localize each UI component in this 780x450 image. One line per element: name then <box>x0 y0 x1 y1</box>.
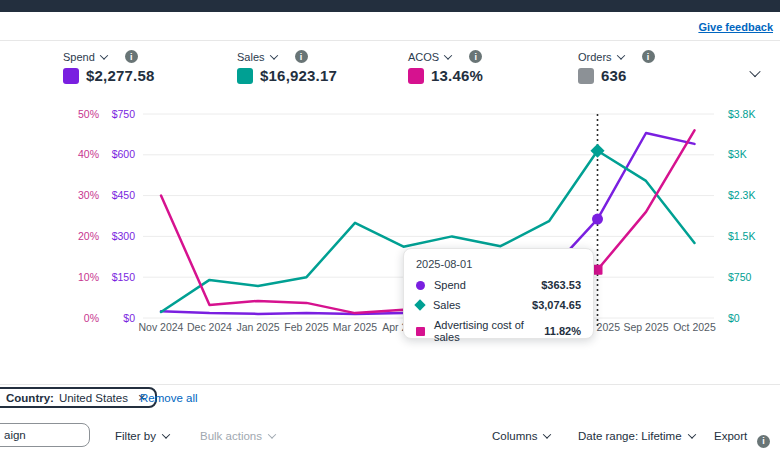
spend-point-marker[interactable] <box>592 214 603 225</box>
chevron-down-icon <box>162 430 170 438</box>
remove-all-link[interactable]: Remove all <box>140 392 198 404</box>
columns-dropdown[interactable]: Columns <box>492 430 550 442</box>
y-tick-sales: $2.3K <box>728 189 755 201</box>
performance-chart: 0%$0$010%$150$75020%$300$1.5K30%$450$2.3… <box>0 100 780 345</box>
search-campaign-input[interactable] <box>0 423 90 447</box>
metric-value-acos: 13.46% <box>431 67 483 84</box>
metric-label-orders: Orders <box>578 51 612 63</box>
metric-card-sales[interactable]: Sales i $16,923.17 <box>237 50 337 84</box>
y-tick-dollar: $450 <box>112 189 136 201</box>
export-button[interactable]: Export <box>714 430 747 442</box>
metric-value-spend: $2,277.58 <box>86 67 155 84</box>
chevron-down-icon[interactable] <box>444 51 452 59</box>
chart-tooltip: 2025-08-01 Spend $363.53 Sales $3,074.65… <box>403 248 594 339</box>
tooltip-row-sales: Sales $3,074.65 <box>416 299 581 311</box>
export-info-icon[interactable]: i <box>757 430 770 448</box>
chip-value: United States <box>59 392 128 404</box>
tooltip-date: 2025-08-01 <box>416 258 581 270</box>
y-tick-dollar: $300 <box>112 230 136 242</box>
header-divider <box>0 40 780 41</box>
spend-color-swatch <box>63 68 79 84</box>
y-tick-sales: $3.8K <box>728 108 755 120</box>
metric-card-spend[interactable]: Spend i $2,277.58 <box>63 50 155 84</box>
x-tick: Sep 2025 <box>624 321 669 333</box>
chevron-down-icon[interactable] <box>269 51 277 59</box>
chevron-down-icon <box>543 430 551 438</box>
filter-by-dropdown[interactable]: Filter by <box>115 430 169 442</box>
y-tick-dollar: $600 <box>112 148 136 160</box>
date-range-dropdown[interactable]: Date range: Lifetime <box>578 430 695 442</box>
country-filter-chip: Country: United States × <box>0 387 157 408</box>
x-tick: Jan 2025 <box>236 321 279 333</box>
info-icon[interactable]: i <box>295 50 308 63</box>
info-icon[interactable]: i <box>642 50 655 63</box>
section-divider <box>0 384 780 385</box>
y-tick-percent: 50% <box>78 108 99 120</box>
info-icon[interactable]: i <box>125 50 138 63</box>
x-tick: Nov 2024 <box>139 321 184 333</box>
metric-label-acos: ACOS <box>408 51 439 63</box>
acos-color-swatch <box>408 68 424 84</box>
chart-canvas: 0%$0$010%$150$75020%$300$1.5K30%$450$2.3… <box>0 100 780 345</box>
x-tick: Mar 2025 <box>333 321 378 333</box>
acos-point-marker[interactable] <box>593 265 603 275</box>
acos-marker-icon <box>416 327 425 336</box>
sales-color-swatch <box>237 68 253 84</box>
chevron-down-icon[interactable] <box>616 51 624 59</box>
y-tick-percent: 20% <box>78 230 99 242</box>
x-tick: Feb 2025 <box>284 321 329 333</box>
y-tick-percent: 30% <box>78 189 99 201</box>
x-tick: Dec 2024 <box>187 321 232 333</box>
sales-point-marker[interactable] <box>590 144 604 158</box>
chevron-down-icon[interactable] <box>100 51 108 59</box>
metric-card-acos[interactable]: ACOS i 13.46% <box>408 50 483 84</box>
collapse-chart-chevron-icon[interactable] <box>745 63 759 81</box>
y-tick-percent: 40% <box>78 148 99 160</box>
chevron-down-icon <box>687 430 695 438</box>
y-tick-sales: $0 <box>728 312 740 324</box>
metric-value-orders: 636 <box>601 67 627 84</box>
info-icon[interactable]: i <box>469 50 482 63</box>
metric-card-orders[interactable]: Orders i 636 <box>578 50 655 84</box>
orders-color-swatch <box>578 68 594 84</box>
tooltip-row-spend: Spend $363.53 <box>416 279 581 291</box>
give-feedback-link[interactable]: Give feedback <box>698 21 773 33</box>
chevron-down-icon <box>268 430 276 438</box>
x-tick: Oct 2025 <box>673 321 716 333</box>
top-nav-bar <box>0 0 780 12</box>
metric-value-sales: $16,923.17 <box>260 67 337 84</box>
y-tick-sales: $1.5K <box>728 230 755 242</box>
tooltip-row-acos: Advertising cost of sales 11.82% <box>416 319 581 343</box>
y-tick-dollar: $750 <box>112 108 136 120</box>
y-tick-dollar: $150 <box>112 271 136 283</box>
y-tick-dollar: $0 <box>123 312 135 324</box>
metric-label-spend: Spend <box>63 51 95 63</box>
y-tick-sales: $3K <box>728 148 747 160</box>
metric-label-sales: Sales <box>237 51 265 63</box>
bulk-actions-dropdown[interactable]: Bulk actions <box>200 430 275 442</box>
y-tick-percent: 10% <box>78 271 99 283</box>
y-tick-sales: $750 <box>728 271 752 283</box>
spend-marker-icon <box>416 281 425 290</box>
chip-key: Country: <box>6 392 54 404</box>
y-tick-percent: 0% <box>84 312 99 324</box>
sales-marker-icon <box>414 299 425 310</box>
